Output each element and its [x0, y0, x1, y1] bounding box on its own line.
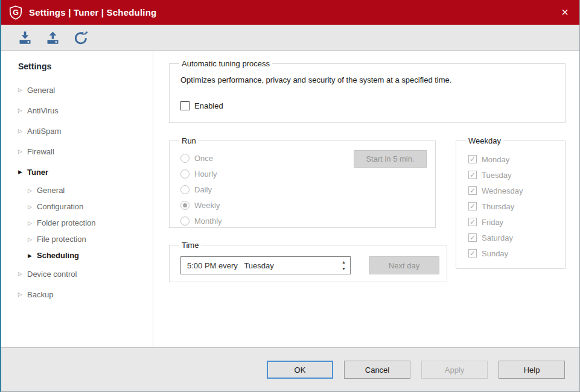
export-upload-icon: [45, 30, 61, 46]
run-option[interactable]: Daily: [180, 182, 428, 197]
sidebar-item[interactable]: Backup: [18, 284, 153, 305]
sidebar-item[interactable]: Device control: [18, 264, 153, 284]
run-option-label: Daily: [194, 185, 212, 194]
run-option-label: Monthly: [194, 217, 222, 226]
triangle-right-icon: [28, 220, 37, 226]
footer-button[interactable]: Cancel: [344, 361, 410, 379]
weekday-option[interactable]: Sunday: [468, 245, 558, 261]
run-option-label: Hourly: [194, 169, 217, 179]
start-in-5-min-button[interactable]: Start in 5 min.: [354, 150, 427, 168]
weekday-option-label: Wednesday: [482, 186, 523, 195]
checkbox-icon[interactable]: [468, 233, 477, 242]
checkbox-icon[interactable]: [468, 218, 477, 226]
enabled-checkbox-row[interactable]: Enabled: [180, 101, 558, 110]
triangle-right-icon: [18, 148, 27, 154]
weekday-option[interactable]: Saturday: [468, 230, 558, 245]
spinner-arrows: [342, 257, 346, 274]
sidebar-item[interactable]: AntiVirus: [18, 100, 153, 121]
radio-icon[interactable]: [180, 201, 190, 210]
weekday-option[interactable]: Wednesday: [468, 183, 558, 198]
checkbox-icon[interactable]: [468, 186, 477, 195]
auto-tuning-description: Optimizes performance, privacy and secur…: [180, 75, 558, 84]
run-option[interactable]: Hourly: [180, 166, 428, 182]
spin-up-icon[interactable]: [342, 260, 346, 264]
sidebar-header: Settings: [18, 62, 153, 71]
sidebar-item[interactable]: Configuration: [18, 198, 153, 215]
time-group: Time 5:00 PM every Tuesday Next day: [169, 241, 447, 282]
time-spinner-value: 5:00 PM every Tuesday: [181, 261, 274, 270]
sidebar-item-label: Tuner: [27, 168, 48, 177]
sidebar-item[interactable]: AntiSpam: [18, 121, 153, 141]
restore-defaults-button[interactable]: [71, 28, 90, 47]
spin-down-icon[interactable]: [342, 267, 346, 271]
next-day-button[interactable]: Next day: [369, 256, 439, 274]
footer-button[interactable]: Help: [499, 361, 565, 379]
auto-tuning-group: Automatic tuning process Optimizes perfo…: [169, 59, 566, 123]
weekday-option-label: Saturday: [482, 233, 513, 242]
sidebar-item-label: General: [37, 186, 65, 195]
weekday-legend: Weekday: [466, 136, 503, 145]
sidebar-item-label: Folder protection: [37, 218, 96, 227]
weekday-option-label: Friday: [482, 218, 503, 227]
sidebar-item-label: AntiVirus: [27, 106, 59, 115]
checkbox-icon[interactable]: [468, 249, 477, 258]
window-body: Settings General AntiVirus An: [1, 51, 579, 347]
close-button[interactable]: ×: [550, 0, 579, 25]
svg-text:G: G: [13, 8, 19, 16]
main-content: Automatic tuning process Optimizes perfo…: [153, 51, 580, 347]
sidebar-item[interactable]: Scheduling: [18, 247, 153, 264]
weekday-option-label: Thursday: [482, 202, 514, 211]
sidebar-item[interactable]: Tuner: [18, 162, 153, 182]
titlebar: G Settings | Tuner | Scheduling ×: [1, 0, 579, 25]
sidebar-item-label: General: [27, 86, 55, 95]
schedule-row: Run Once Hourly: [169, 136, 566, 282]
time-row: 5:00 PM every Tuesday Next day: [180, 256, 439, 274]
footer-button[interactable]: Apply: [421, 361, 488, 379]
sidebar-item[interactable]: General: [18, 80, 153, 100]
radio-icon[interactable]: [180, 185, 190, 194]
sidebar-item[interactable]: File protection: [18, 231, 153, 247]
radio-icon[interactable]: [180, 217, 190, 226]
export-settings-button[interactable]: [43, 28, 62, 47]
radio-icon[interactable]: [180, 154, 190, 163]
run-option[interactable]: Weekly: [180, 197, 428, 213]
triangle-right-icon: [18, 271, 27, 277]
triangle-right-icon: [28, 204, 37, 210]
weekday-option[interactable]: Tuesday: [468, 167, 558, 183]
sidebar-item[interactable]: Folder protection: [18, 215, 153, 231]
sidebar-item[interactable]: Firewall: [18, 141, 153, 162]
sidebar: Settings General AntiVirus An: [1, 51, 153, 347]
weekday-option[interactable]: Friday: [468, 214, 558, 230]
weekday-option-label: Sunday: [482, 249, 508, 258]
sidebar-nav: General AntiVirus AntiSpam Firew: [18, 80, 153, 305]
checkbox-icon[interactable]: [468, 155, 477, 163]
weekday-option[interactable]: Thursday: [468, 198, 558, 214]
run-option[interactable]: Monthly: [180, 213, 428, 229]
import-settings-button[interactable]: [16, 28, 34, 47]
checkbox-icon[interactable]: [468, 171, 477, 179]
triangle-right-icon: [18, 128, 27, 134]
sidebar-item[interactable]: General: [18, 182, 153, 198]
sidebar-item-label: Firewall: [27, 147, 54, 156]
weekday-option[interactable]: Monday: [468, 151, 558, 167]
radio-icon[interactable]: [180, 169, 190, 179]
settings-window: G Settings | Tuner | Scheduling ×: [0, 0, 580, 392]
gdata-shield-logo-icon: G: [9, 5, 22, 20]
time-spinner-input[interactable]: 5:00 PM every Tuesday: [180, 256, 351, 274]
run-legend: Run: [179, 136, 199, 145]
triangle-right-icon: [18, 87, 27, 93]
triangle-right-icon: [18, 291, 27, 297]
enabled-checkbox-label: Enabled: [194, 101, 223, 110]
sidebar-item-label: Device control: [27, 270, 77, 279]
checkbox-icon[interactable]: [468, 202, 477, 210]
sidebar-item-label: Backup: [27, 290, 53, 299]
run-option-label: Once: [194, 154, 213, 163]
run-time-column: Run Once Hourly: [169, 136, 436, 282]
enabled-checkbox[interactable]: [180, 101, 190, 110]
window-title: Settings | Tuner | Scheduling: [29, 7, 156, 17]
sidebar-item-label: AntiSpam: [27, 127, 61, 136]
triangle-right-icon: [28, 188, 37, 194]
footer-button[interactable]: OK: [267, 361, 333, 379]
auto-tuning-legend: Automatic tuning process: [179, 59, 272, 68]
import-download-icon: [17, 30, 33, 46]
